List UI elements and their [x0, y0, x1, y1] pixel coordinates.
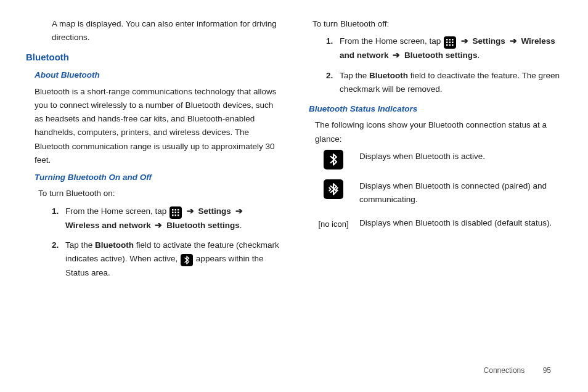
heading-about-bluetooth: About Bluetooth: [35, 68, 279, 82]
section-about: About Bluetooth Bluetooth is a short-ran…: [26, 68, 279, 280]
step-item: 1. From the Home screen, tap ➔ Settings …: [326, 35, 562, 62]
svg-rect-12: [446, 42, 448, 44]
svg-rect-17: [452, 44, 454, 46]
arrow-icon: ➔: [155, 221, 162, 230]
svg-rect-13: [449, 42, 451, 44]
arrow-icon: ➔: [461, 36, 468, 46]
heading-bluetooth: Bluetooth: [26, 50, 279, 65]
status-description: Displays when Bluetooth is disabled (def…: [359, 216, 562, 231]
apps-grid-icon: [169, 206, 182, 219]
step-number: 2.: [326, 69, 333, 83]
page-body: A map is displayed. You can also enter i…: [0, 0, 588, 362]
heading-status-indicators: Bluetooth Status Indicators: [309, 102, 562, 116]
steps-turn-off: 1. From the Home screen, tap ➔ Settings …: [326, 35, 562, 96]
no-icon-label: [no icon]: [316, 216, 351, 231]
arrow-icon: ➔: [393, 51, 400, 60]
svg-rect-6: [172, 214, 174, 216]
step-number: 1.: [326, 35, 333, 48]
apps-grid-icon: [444, 36, 456, 49]
svg-rect-10: [449, 39, 451, 41]
status-indicator-table: Displays when Bluetooth is active. Displ…: [316, 150, 562, 231]
steps-turn-on: 1. From the Home screen, tap ➔ Settings …: [52, 205, 279, 280]
svg-rect-14: [452, 42, 454, 44]
svg-rect-4: [175, 211, 177, 213]
svg-rect-5: [178, 211, 179, 213]
svg-rect-11: [452, 39, 454, 41]
arrow-icon: ➔: [510, 36, 517, 46]
svg-rect-9: [446, 39, 448, 41]
right-column: To turn Bluetooth off: 1. From the Home …: [309, 17, 562, 362]
svg-rect-16: [449, 44, 451, 46]
step-text: Tap the Bluetooth field to deactivate th…: [340, 71, 560, 94]
arrow-icon: ➔: [187, 206, 194, 216]
step-item: 1. From the Home screen, tap ➔ Settings …: [52, 205, 279, 232]
bluetooth-active-icon: [324, 150, 343, 169]
left-column: A map is displayed. You can also enter i…: [26, 17, 279, 362]
svg-rect-2: [178, 209, 179, 211]
step-text: From the Home screen, tap ➔ Settings ➔ W…: [340, 36, 555, 60]
heading-turning-on-off: Turning Bluetooth On and Off: [35, 171, 279, 184]
arrow-icon: ➔: [235, 206, 243, 216]
step-number: 2.: [52, 239, 59, 252]
step-text: Tap the Bluetooth field to activate the …: [65, 240, 279, 277]
svg-rect-0: [172, 209, 174, 211]
body-text: Bluetooth is a short-range communication…: [35, 85, 279, 168]
status-icon-cell: [316, 179, 351, 207]
status-icon-cell: [316, 150, 351, 169]
footer-section: Connections: [484, 366, 525, 375]
status-description: Displays when Bluetooth is active.: [359, 150, 562, 169]
body-text: To turn Bluetooth off:: [312, 17, 562, 31]
step-item: 2. Tap the Bluetooth field to activate t…: [52, 239, 279, 280]
svg-rect-3: [172, 211, 174, 213]
step-number: 1.: [52, 205, 59, 218]
body-text: To turn Bluetooth on:: [38, 187, 279, 200]
status-description: Displays when Bluetooth is connected (pa…: [359, 179, 562, 207]
step-item: 2. Tap the Bluetooth field to deactivate…: [326, 69, 562, 97]
footer-page-number: 95: [543, 366, 551, 375]
body-text: A map is displayed. You can also enter i…: [26, 17, 279, 45]
svg-rect-8: [178, 214, 179, 216]
body-text: The following icons show your Bluetooth …: [315, 118, 562, 146]
bluetooth-icon: [181, 254, 193, 266]
page-footer: Connections 95: [484, 366, 551, 375]
svg-rect-15: [446, 44, 448, 46]
svg-rect-1: [175, 209, 177, 211]
bluetooth-connected-icon: [324, 179, 343, 199]
svg-rect-7: [175, 214, 177, 216]
step-text: From the Home screen, tap ➔ Settings ➔ W…: [65, 206, 245, 230]
